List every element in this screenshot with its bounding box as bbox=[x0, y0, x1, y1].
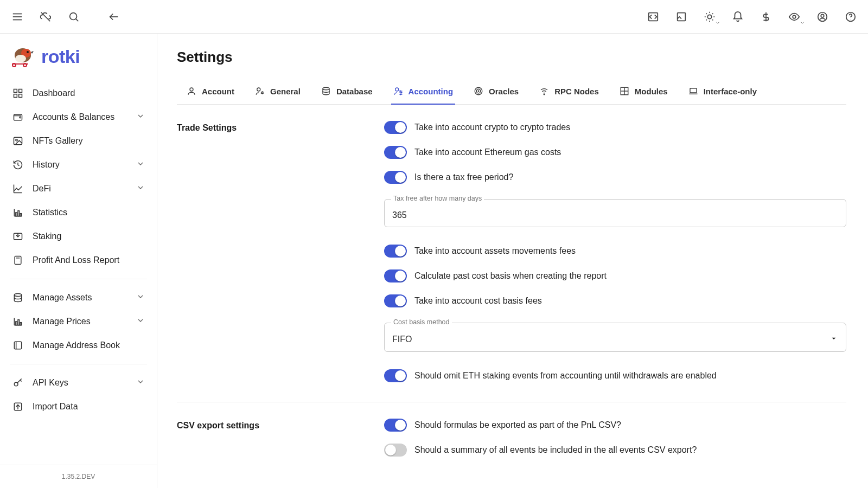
sidebar-item-label: API Keys bbox=[33, 378, 68, 388]
notes-icon[interactable] bbox=[674, 9, 689, 24]
sidebar-item-accounts-balances[interactable]: Accounts & Balances bbox=[7, 105, 150, 129]
toggle-switch[interactable] bbox=[384, 294, 407, 307]
sidebar-item-label: History bbox=[33, 160, 60, 170]
toggle-label: Is there a tax free period? bbox=[414, 172, 513, 182]
toggle-asset-movements-fees: Take into account assets movements fees bbox=[384, 245, 846, 258]
tab-account[interactable]: Account bbox=[184, 81, 237, 105]
tab-database[interactable]: Database bbox=[319, 81, 375, 105]
version-label: 1.35.2.DEV bbox=[0, 465, 157, 488]
cloud-off-icon[interactable] bbox=[38, 9, 53, 24]
sidebar-item-manage-assets[interactable]: Manage Assets bbox=[7, 286, 150, 310]
sidebar-item-dashboard[interactable]: Dashboard bbox=[7, 81, 150, 105]
toggle-switch[interactable] bbox=[384, 146, 407, 159]
tab-general[interactable]: General bbox=[253, 81, 303, 105]
toggle-switch[interactable] bbox=[384, 245, 407, 258]
book-icon bbox=[12, 339, 24, 351]
toggle-cost-basis-fees: Take into account cost basis fees bbox=[384, 294, 846, 307]
toggle-crypto-to-crypto: Take into account crypto to crypto trade… bbox=[384, 121, 846, 134]
main-content: Settings AccountGeneralDatabaseAccountin… bbox=[157, 34, 868, 488]
dropdown-caret-icon bbox=[829, 334, 838, 345]
field-cost-basis-method[interactable]: Cost basis method FIFO bbox=[384, 323, 846, 352]
sidebar-item-staking[interactable]: Staking bbox=[7, 224, 150, 248]
sidebar-item-label: Manage Assets bbox=[33, 293, 92, 303]
sidebar-item-label: Profit And Loss Report bbox=[33, 255, 119, 265]
search-icon[interactable] bbox=[66, 9, 81, 24]
help-icon[interactable] bbox=[843, 9, 858, 24]
tab-accounting[interactable]: Accounting bbox=[391, 81, 456, 105]
chevron-down-icon bbox=[136, 183, 145, 194]
section-title: Trade Settings bbox=[177, 121, 384, 382]
toggle-label: Take into account cost basis fees bbox=[414, 296, 542, 306]
sidebar-item-label: NFTs Gallery bbox=[33, 136, 82, 146]
dev-tools-icon[interactable] bbox=[646, 9, 661, 24]
toggle-label: Should a summary of all events be includ… bbox=[414, 445, 697, 455]
account-icon[interactable] bbox=[815, 9, 830, 24]
settings-tabs: AccountGeneralDatabaseAccountingOraclesR… bbox=[177, 81, 846, 105]
toggle-label: Calculate past cost basis when creating … bbox=[414, 271, 607, 281]
toggle-switch[interactable] bbox=[384, 171, 407, 184]
upload-icon bbox=[12, 401, 24, 413]
tab-label: Oracles bbox=[489, 87, 519, 96]
toggle-switch[interactable] bbox=[384, 444, 407, 457]
toggle-export-summary: Should a summary of all events be includ… bbox=[384, 444, 846, 457]
toggle-switch[interactable] bbox=[384, 121, 407, 134]
bar-chart-icon bbox=[12, 316, 24, 328]
sidebar-item-label: Statistics bbox=[33, 208, 67, 217]
sidebar-item-import-data[interactable]: Import Data bbox=[7, 395, 150, 419]
tab-rpc-nodes[interactable]: RPC Nodes bbox=[537, 81, 601, 105]
sidebar-item-profit-and-loss-report[interactable]: Profit And Loss Report bbox=[7, 248, 150, 272]
tab-modules[interactable]: Modules bbox=[617, 81, 670, 105]
tab-oracles[interactable]: Oracles bbox=[471, 81, 521, 105]
sidebar-item-nfts-gallery[interactable]: NFTs Gallery bbox=[7, 129, 150, 153]
toggle-tax-free-period: Is there a tax free period? bbox=[384, 171, 846, 184]
section-divider bbox=[177, 402, 846, 402]
section-title: CSV export settings bbox=[177, 419, 384, 457]
brand-name: rotki bbox=[41, 46, 80, 67]
svg-point-81 bbox=[12, 63, 16, 67]
brand-logo-icon bbox=[10, 46, 34, 67]
sidebar-item-label: Manage Address Book bbox=[33, 341, 120, 350]
chevron-down-icon bbox=[136, 316, 145, 327]
svg-point-79 bbox=[15, 55, 26, 62]
section-csv-export: CSV export settings Should formulas be e… bbox=[177, 419, 846, 457]
back-icon[interactable] bbox=[106, 9, 122, 24]
toggle-switch[interactable] bbox=[384, 419, 407, 432]
toggle-switch[interactable] bbox=[384, 269, 407, 282]
tab-label: Account bbox=[202, 87, 234, 96]
currency-icon[interactable] bbox=[758, 9, 774, 24]
chevron-down-icon bbox=[136, 292, 145, 303]
field-tax-free-days[interactable]: Tax free after how many days bbox=[384, 199, 846, 227]
toggle-gas-costs: Take into account Ethereum gas costs bbox=[384, 146, 846, 159]
brand[interactable]: rotki bbox=[7, 43, 150, 78]
sidebar-item-label: Accounts & Balances bbox=[33, 112, 114, 122]
tab-label: General bbox=[270, 87, 301, 96]
toggle-label: Take into account crypto to crypto trade… bbox=[414, 123, 570, 132]
sidebar-item-history[interactable]: History bbox=[7, 153, 150, 177]
toggle-switch[interactable] bbox=[384, 369, 407, 382]
toggle-label: Take into account Ethereum gas costs bbox=[414, 147, 561, 157]
sidebar-item-manage-address-book[interactable]: Manage Address Book bbox=[7, 333, 150, 357]
notifications-icon[interactable] bbox=[730, 9, 745, 24]
sidebar-item-api-keys[interactable]: API Keys bbox=[7, 371, 150, 395]
section-trade-settings: Trade Settings Take into account crypto … bbox=[177, 121, 846, 382]
tab-interface-only[interactable]: Interface-only bbox=[686, 81, 759, 105]
sidebar-item-manage-prices[interactable]: Manage Prices bbox=[7, 310, 150, 333]
chart-line-icon bbox=[12, 183, 24, 195]
field-label: Cost basis method bbox=[391, 318, 452, 326]
tab-label: Modules bbox=[635, 87, 668, 96]
key-icon bbox=[12, 377, 24, 389]
tax-free-days-input[interactable] bbox=[392, 210, 838, 220]
topbar bbox=[0, 0, 868, 34]
sidebar: rotki DashboardAccounts & BalancesNFTs G… bbox=[0, 34, 157, 488]
privacy-icon[interactable] bbox=[787, 9, 802, 24]
calculator-icon bbox=[12, 254, 24, 266]
sidebar-item-statistics[interactable]: Statistics bbox=[7, 201, 150, 224]
page-title: Settings bbox=[177, 49, 846, 66]
theme-icon[interactable] bbox=[702, 9, 717, 24]
chevron-down-icon bbox=[136, 112, 145, 123]
sidebar-item-defi[interactable]: DeFi bbox=[7, 177, 150, 201]
menu-icon[interactable] bbox=[10, 9, 25, 24]
tab-label: Interface-only bbox=[704, 87, 757, 96]
image-icon bbox=[12, 135, 24, 147]
database-icon bbox=[12, 292, 24, 304]
